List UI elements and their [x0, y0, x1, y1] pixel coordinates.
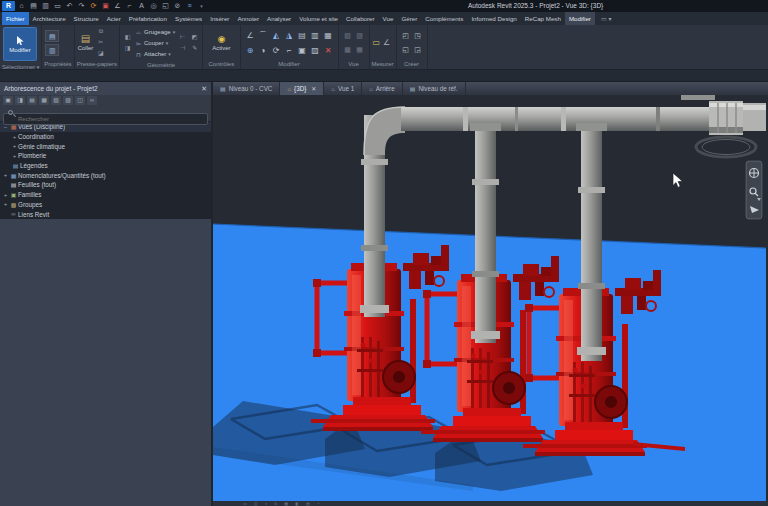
match-type-icon[interactable]: ◪ [96, 49, 105, 58]
panel-label-vue[interactable]: Vue [339, 60, 369, 69]
tab-systemes[interactable]: Systèmes [171, 12, 206, 25]
split-icon[interactable]: ▣ [296, 43, 309, 58]
paste-button[interactable]: ▤ Coller [78, 34, 94, 51]
tab-annoter[interactable]: Annoter [233, 12, 263, 25]
tab-gerer[interactable]: Gérer [397, 12, 421, 25]
expander-icon[interactable]: + [11, 143, 18, 149]
crop-region-icon[interactable]: ▤ [306, 501, 310, 506]
create-assembly-icon[interactable]: ◱ [400, 43, 412, 57]
sync-icon[interactable]: ⟳ [88, 1, 99, 11]
override-icon[interactable]: ▨ [354, 29, 366, 43]
view-tab-niveau-ref[interactable]: ▤Niveau de réf. [403, 82, 466, 95]
paint-icon[interactable]: ✎ [190, 44, 199, 53]
join-dropdown[interactable]: ⊓Attacher [135, 49, 175, 59]
expander-icon[interactable]: + [11, 153, 18, 159]
tree-item-plomberie[interactable]: +Plomberie [0, 151, 211, 161]
tab-prefabrication[interactable]: Préfabrication [125, 12, 171, 25]
move-icon[interactable]: ⊕ [244, 43, 257, 58]
properties-icon[interactable]: ▤ [45, 30, 59, 42]
panel-label-creer[interactable]: Créer [397, 60, 427, 69]
save-icon[interactable]: ▥ [40, 1, 51, 11]
panel-label-proprietes[interactable]: Propriétés [42, 60, 73, 69]
section-icon[interactable]: ⊘ [172, 1, 183, 11]
tab-collaborer[interactable]: Collaborer [342, 12, 379, 25]
displace-icon[interactable]: ▦ [354, 43, 366, 57]
aligned-dim-icon[interactable]: ⌐ [124, 1, 135, 11]
tab-architecture[interactable]: Architecture [29, 12, 70, 25]
align-icon[interactable]: ∠ [244, 28, 257, 43]
steering-wheel-icon[interactable] [750, 169, 759, 178]
view-tab-3d[interactable]: ⌂{3D}✕ [280, 82, 324, 95]
tree-item-genie-climatique[interactable]: +Génie climatique [0, 141, 211, 151]
ribbon-display-toggle[interactable]: ▭▾ [595, 12, 618, 25]
view-control-bar[interactable]: ▭ ◫ ◑ ⊙ ▦ ◧ ▤ ◔ [213, 501, 768, 506]
expander-icon[interactable]: + [2, 172, 9, 178]
crop-view-icon[interactable]: ◧ [295, 501, 299, 506]
tab-acier[interactable]: Acier [103, 12, 125, 25]
tab-structure[interactable]: Structure [70, 12, 103, 25]
array-icon[interactable]: ▤ [296, 28, 309, 43]
view-tab-vue1[interactable]: ⌂Vue 1 [324, 82, 362, 95]
tab-fichier[interactable]: Fichier [2, 12, 29, 25]
trim-icon[interactable]: ⌐ [283, 43, 296, 58]
cut-to-clipboard-icon[interactable]: ✂ [96, 38, 105, 47]
unpin-icon[interactable]: ▨ [309, 43, 322, 58]
mirror-pick-icon[interactable]: ◮ [283, 28, 296, 43]
tab-vue[interactable]: Vue [379, 12, 398, 25]
panel-label-geometrie[interactable]: Géométrie [120, 61, 202, 69]
pin-icon[interactable]: ▦ [322, 28, 335, 43]
tree-item-nomenclatures[interactable]: +▦Nomenclatures/Quantités (tout) [0, 170, 211, 180]
wall-joins-icon[interactable]: ⊣ [178, 44, 187, 53]
expander-icon[interactable]: + [11, 134, 18, 140]
hide-icon[interactable]: ▧ [342, 29, 354, 43]
browser-groups-icon[interactable]: ◫ [75, 96, 85, 105]
close-icon[interactable]: ✕ [311, 85, 316, 92]
3d-scene[interactable] [213, 95, 766, 501]
browser-sheets-icon[interactable]: ▧ [51, 96, 61, 105]
expander-icon[interactable]: + [2, 201, 9, 207]
scale-icon[interactable]: ▥ [309, 28, 322, 43]
cope-dropdown[interactable]: ⌓Grugeage [135, 27, 175, 37]
rotate-icon[interactable]: ⟳ [270, 43, 283, 58]
home-icon[interactable]: ⌂ [16, 1, 27, 11]
workset-icon[interactable]: ▣ [100, 1, 111, 11]
tree-item-coordination[interactable]: +Coordination [0, 132, 211, 142]
create-parts-icon[interactable]: ◲ [412, 43, 424, 57]
join-geometry-icon[interactable]: ◨ [123, 44, 132, 53]
panel-label-controles[interactable]: Contrôles [203, 60, 239, 69]
cut-geometry-icon[interactable]: ◧ [123, 33, 132, 42]
create-similar-icon[interactable]: ◳ [412, 29, 424, 43]
create-group-icon[interactable]: ◰ [400, 29, 412, 43]
text-icon[interactable]: A [136, 1, 147, 11]
browser-filter-icon[interactable]: ▣ [3, 96, 13, 105]
copy-icon[interactable]: ◑ [257, 43, 270, 58]
search-input[interactable] [3, 113, 208, 125]
panel-label-presse-papiers[interactable]: Presse-papiers [75, 60, 119, 69]
view-tab-niveau0-cvc[interactable]: ▤Niveau 0 - CVC [213, 82, 280, 95]
browser-schedules-icon[interactable]: ▦ [39, 96, 49, 105]
sun-path-icon[interactable]: ⊙ [274, 501, 277, 506]
browser-sort-icon[interactable]: ◨ [15, 96, 25, 105]
offset-icon[interactable]: ⌒ [257, 28, 270, 43]
activate-controls-button[interactable]: ◉ Activer [206, 35, 236, 51]
tab-recap-mesh[interactable]: ReCap Mesh [521, 12, 565, 25]
close-icon[interactable]: ✕ [201, 85, 207, 92]
default-3d-view-icon[interactable]: ◱ [160, 1, 171, 11]
redo-icon[interactable]: ↷ [76, 1, 87, 11]
thin-lines-icon[interactable]: ≡ [184, 1, 195, 11]
tab-volume-et-site[interactable]: Volume et site [295, 12, 342, 25]
undo-icon[interactable]: ↶ [64, 1, 75, 11]
expander-icon[interactable]: + [2, 192, 9, 198]
tab-complements[interactable]: Compléments [421, 12, 467, 25]
tree-item-groupes[interactable]: +▩Groupes [0, 200, 211, 210]
tab-informed-design[interactable]: Informed Design [467, 12, 520, 25]
visual-style-icon[interactable]: ◑ [265, 501, 267, 506]
ruler-icon[interactable]: ▭ [373, 36, 381, 50]
tab-inserer[interactable]: Insérer [206, 12, 233, 25]
panel-label-mesurer[interactable]: Mesurer [370, 60, 396, 69]
tag-icon[interactable]: ◎ [148, 1, 159, 11]
copy-to-clipboard-icon[interactable]: ⧉ [96, 27, 105, 36]
tree-item-familles[interactable]: +▣Familles [0, 190, 211, 200]
linework-icon[interactable]: ▩ [342, 43, 354, 57]
cut-dropdown[interactable]: ✂Couper [135, 38, 175, 48]
